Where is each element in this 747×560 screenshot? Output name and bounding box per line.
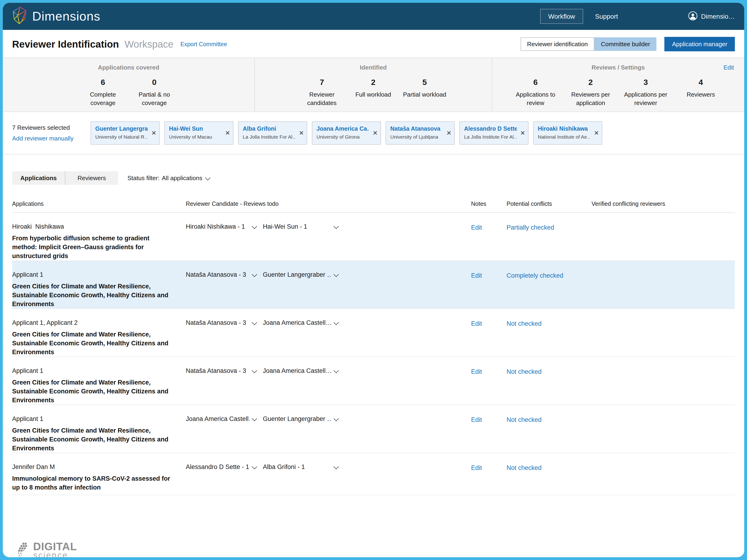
reviewer-dropdown-value: Nataša Atanasova - 3	[186, 319, 250, 326]
tabs: Applications Reviewers	[12, 171, 118, 185]
table-row: Hiroaki Nishikawa From hyperbolic diffus…	[12, 213, 735, 261]
tab-reviewers[interactable]: Reviewers	[65, 171, 118, 185]
page-toolbar: Reviewer Identification Workspace Export…	[3, 30, 744, 57]
reviewer-chip-org: La Jolla Institute For Al…	[243, 134, 295, 139]
application-title: Green Cities for Climate and Water Resil…	[12, 330, 173, 356]
chevron-down-icon	[252, 272, 257, 277]
reviewer-chip-org: University of Natural R…	[95, 134, 148, 139]
reviewer-chip-name[interactable]: Joana America Ca…	[316, 126, 369, 132]
page-subtitle: Workspace	[124, 38, 173, 50]
reviewer-chip-name[interactable]: Alba Grifoni	[243, 126, 295, 132]
reviewer-dropdown[interactable]: Guenter Langergraber …	[263, 415, 344, 422]
table-row: Jennifer Dan M Immunological memory to S…	[12, 453, 735, 495]
conflicts-status-link[interactable]: Partially checked	[507, 224, 554, 231]
stats-panel: Applications covered 6 Complete coverage…	[3, 57, 744, 112]
table-row: Applicant 1 Green Cities for Climate and…	[12, 261, 735, 309]
reviewer-dropdown[interactable]: Alessandro D Sette - 1	[186, 463, 263, 471]
stat-label: Reviewer candidates	[296, 90, 347, 107]
stat-label: Applications to review	[508, 90, 563, 107]
edit-notes-link[interactable]: Edit	[471, 272, 482, 279]
table-row: Applicant 1 Green Cities for Climate and…	[12, 357, 735, 405]
applicant-name: Applicant 1	[12, 367, 173, 374]
table-row: Applicant 1 Green Cities for Climate and…	[12, 405, 735, 453]
application-manager-button[interactable]: Application manager	[665, 37, 735, 51]
reviewer-dropdown-value: Joana America Castell…	[263, 319, 332, 326]
chevron-down-icon	[252, 320, 257, 325]
add-reviewer-manually-link[interactable]: Add reviewer manually	[12, 135, 91, 142]
conflicts-status-link[interactable]: Not checked	[507, 368, 542, 375]
stat-label: Applications per reviewer	[618, 90, 673, 107]
edit-notes-link[interactable]: Edit	[471, 416, 482, 423]
tab-applications[interactable]: Applications	[12, 171, 65, 185]
conflicts-status-link[interactable]: Not checked	[507, 320, 542, 327]
edit-notes-link[interactable]: Edit	[471, 368, 482, 375]
edit-notes-link[interactable]: Edit	[471, 224, 482, 231]
reviewer-chips: Guenter Langergra… University of Natural…	[91, 121, 602, 145]
reviewer-dropdown[interactable]: Joana America Castell…	[263, 319, 344, 326]
reviewer-chip: Alessandro D Sette La Jolla Institute Fo…	[459, 121, 529, 145]
reviewer-dropdown-value: Alessandro D Sette - 1	[186, 463, 250, 471]
remove-reviewer-icon[interactable]: ✕	[372, 130, 378, 136]
reviewer-identification-button[interactable]: Reviewer identification	[520, 37, 594, 51]
remove-reviewer-icon[interactable]: ✕	[446, 130, 452, 136]
reviewer-dropdown-value: Guenter Langergraber …	[263, 415, 332, 422]
col-header-applications: Applications	[12, 201, 186, 207]
reviewer-dropdown[interactable]: Guenter Langergraber …	[263, 271, 344, 278]
support-button[interactable]: Support	[595, 12, 618, 20]
applicant-name: Applicant 1	[12, 415, 173, 422]
reviewer-chip-name[interactable]: Hai-Wei Sun	[169, 126, 222, 132]
stats-section-title: Reviews / Settings	[492, 64, 744, 71]
chevron-down-icon	[205, 175, 211, 180]
reviewer-dropdown[interactable]: Hai-Wei Sun - 1	[263, 223, 344, 230]
dimensions-logo[interactable]: Dimensions	[12, 6, 100, 27]
chevron-down-icon	[252, 223, 257, 229]
edit-settings-link[interactable]: Edit	[723, 64, 734, 71]
reviewer-chip-name[interactable]: Hiroaki Nishikawa	[538, 126, 591, 132]
stats-section-title: Applications covered	[3, 64, 254, 71]
edit-notes-link[interactable]: Edit	[471, 464, 482, 471]
stat-label: Complete coverage	[77, 90, 129, 107]
export-committee-link[interactable]: Export Committee	[180, 41, 227, 47]
chevron-down-icon	[334, 416, 339, 421]
remove-reviewer-icon[interactable]: ✕	[594, 130, 599, 136]
reviewer-chip: Hai-Wei Sun University of Macau ✕	[164, 121, 233, 145]
reviewer-chip-name[interactable]: Alessandro D Sette	[464, 126, 517, 132]
browser-frame: Dimensions Workflow Support Dimensio… Re…	[0, 0, 747, 560]
conflicts-status-link[interactable]: Completely checked	[507, 272, 563, 279]
reviewer-dropdown[interactable]: Nataša Atanasova - 3	[186, 367, 263, 374]
remove-reviewer-icon[interactable]: ✕	[299, 130, 304, 136]
reviewer-dropdown[interactable]: Alba Grifoni - 1	[263, 463, 344, 471]
stat-value: 6	[77, 78, 129, 87]
edit-notes-link[interactable]: Edit	[471, 320, 482, 327]
application-title: Green Cities for Climate and Water Resil…	[12, 426, 173, 453]
tab-bar: Applications Reviewers Status filter: Al…	[12, 171, 735, 185]
col-header-potential-conflicts: Potential conflicts	[507, 201, 592, 207]
reviewer-chip-name[interactable]: Nataša Atanasova	[390, 126, 443, 132]
reviewer-dropdown[interactable]: Joana America Castell…	[263, 367, 344, 374]
reviewer-chip-org: La Jolla Institute For Al…	[464, 134, 517, 139]
stat-value: 5	[399, 78, 450, 87]
reviewer-dropdown[interactable]: Joana America Castell…	[186, 415, 263, 422]
user-menu[interactable]: Dimensio…	[688, 11, 735, 22]
remove-reviewer-icon[interactable]: ✕	[151, 130, 156, 136]
reviewer-dropdown[interactable]: Hiroaki Nishikawa - 1	[186, 223, 263, 230]
stats-reviews-settings: Reviews / Settings Edit 6 Applications t…	[492, 58, 744, 111]
conflicts-status-link[interactable]: Not checked	[507, 416, 542, 423]
conflicts-status-link[interactable]: Not checked	[507, 464, 542, 471]
reviewer-dropdown[interactable]: Nataša Atanasova - 3	[186, 319, 263, 326]
applicant-name: Hiroaki Nishikawa	[12, 223, 173, 230]
reviewer-chip: Hiroaki Nishikawa National Institute of …	[533, 121, 602, 145]
stat-value: 7	[296, 78, 347, 87]
status-filter-dropdown[interactable]: Status filter: All applications	[127, 175, 210, 182]
committee-builder-button[interactable]: Committee builder	[594, 37, 656, 51]
reviewer-dropdown[interactable]: Nataša Atanasova - 3	[186, 271, 263, 278]
reviewer-chip-name[interactable]: Guenter Langergra…	[95, 126, 148, 132]
stat-label: Reviewers	[673, 90, 728, 99]
stat-label: Partial & no coverage	[129, 90, 180, 107]
remove-reviewer-icon[interactable]: ✕	[225, 130, 230, 136]
application-title: Green Cities for Climate and Water Resil…	[12, 282, 173, 309]
workflow-button[interactable]: Workflow	[540, 9, 583, 24]
user-avatar-icon	[688, 11, 697, 22]
stats-section-title: Identified	[255, 64, 492, 71]
remove-reviewer-icon[interactable]: ✕	[520, 130, 525, 136]
